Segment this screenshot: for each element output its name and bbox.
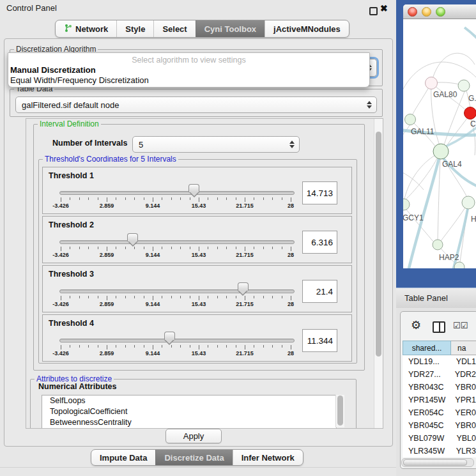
attribute-item[interactable]: TopologicalCoefficient <box>42 406 336 417</box>
slider-tick <box>61 247 61 251</box>
table-cell[interactable]: YBL079W <box>403 434 450 443</box>
network-window-titlebar[interactable] <box>403 4 476 19</box>
table-row[interactable]: YBR045CYBR0 <box>403 419 476 432</box>
threshold-4-value-field[interactable]: 11.344 <box>302 329 337 352</box>
network-node[interactable] <box>433 144 449 159</box>
tab-cyni-toolbox[interactable]: Cyni Toolbox <box>196 20 265 37</box>
slider-tick <box>171 345 172 348</box>
table-data-combo[interactable]: galFiltered.sif default node <box>15 96 377 113</box>
float-window-icon[interactable] <box>369 7 378 15</box>
table-cell[interactable]: YLR345W <box>403 447 450 456</box>
slider-tick <box>153 247 153 251</box>
tab-discretize-data[interactable]: Discretize Data <box>155 450 232 465</box>
slider-tick <box>134 247 135 249</box>
tab-style[interactable]: Style <box>116 20 153 37</box>
slider-tick <box>199 296 199 300</box>
table-cell[interactable]: YLR3 <box>450 447 476 456</box>
table-cell[interactable]: YER054C <box>403 408 449 417</box>
table-row[interactable]: YBR043CYBR0 <box>403 381 476 394</box>
network-canvas[interactable]: GAL80G.CGAL11GAL4GCY1HHAP2 <box>403 19 476 268</box>
slider-tick <box>98 247 98 249</box>
table-cell[interactable]: YDR2 <box>449 370 476 379</box>
slider-tick <box>272 296 273 298</box>
attribute-item[interactable]: BetweennessCentrality <box>42 417 336 428</box>
table-row[interactable]: YDR27...YDR2 <box>403 368 476 381</box>
numerical-attributes-list[interactable]: SelfLoopsTopologicalCoefficientBetweenne… <box>42 395 337 429</box>
table-panel-titlebar[interactable]: Table Panel <box>396 288 476 308</box>
table-cell[interactable]: YBR045C <box>403 421 449 430</box>
table-cell[interactable]: YBR0 <box>449 383 476 392</box>
slider-tick <box>282 296 282 298</box>
minimize-traffic-light-icon[interactable] <box>422 7 431 17</box>
threshold-4-slider-thumb[interactable] <box>164 332 175 340</box>
table-cell[interactable]: YER0 <box>449 408 476 417</box>
network-node[interactable] <box>403 199 410 210</box>
network-node[interactable] <box>464 107 476 119</box>
slider-tick <box>217 247 218 249</box>
slider-tick <box>162 345 162 348</box>
column-header-shared-name[interactable]: shared... <box>403 341 451 355</box>
slider-tick <box>180 345 181 348</box>
tab-jactivemnodules[interactable]: jActiveMNodules <box>265 20 349 37</box>
threshold-2-value-field[interactable]: 6.316 <box>302 231 337 254</box>
tab-impute-data[interactable]: Impute Data <box>91 450 155 465</box>
slider-tick <box>116 197 116 200</box>
table-panel-title: Table Panel <box>404 293 448 303</box>
table-cell[interactable]: YDR27... <box>403 370 449 379</box>
table-cell[interactable]: YBL0 <box>450 434 476 443</box>
table-row[interactable]: YPR145WYPR1 <box>403 394 476 406</box>
settings-scrollbar[interactable] <box>374 119 383 428</box>
slider-tick <box>291 197 291 202</box>
network-edge <box>438 159 440 240</box>
algorithm-option-equal-width[interactable]: Equal Width/Frequency Discretization <box>10 75 149 85</box>
slider-tick-label: 9.144 <box>146 350 160 357</box>
slider-tick <box>190 247 190 249</box>
network-node[interactable] <box>426 77 438 89</box>
table-row[interactable]: YLR345WYLR3 <box>403 445 476 457</box>
scrollbar-thumb[interactable] <box>376 132 381 357</box>
table-cell[interactable]: YBR043C <box>403 383 449 392</box>
scrollbar-thumb[interactable] <box>403 459 467 466</box>
threshold-2-slider-thumb[interactable] <box>127 233 138 242</box>
threshold-3-panel: Threshold 3 -3.4262.8599.14415.4321.7152… <box>42 265 352 312</box>
combo-stepper-icon <box>367 101 372 109</box>
column-manager-icon[interactable] <box>433 321 445 333</box>
divider <box>0 467 396 468</box>
number-of-intervals-combo[interactable]: 5 <box>132 136 300 153</box>
close-traffic-light-icon[interactable] <box>408 7 417 17</box>
gear-icon[interactable]: ⚙ <box>411 318 421 332</box>
table-row[interactable]: YER054CYER0 <box>403 406 476 419</box>
network-node[interactable] <box>462 196 475 209</box>
tab-select[interactable]: Select <box>153 20 195 37</box>
list-scrollbar[interactable] <box>335 395 344 427</box>
select-columns-icon[interactable]: ☑☑ <box>453 321 468 330</box>
slider-tick <box>199 345 199 349</box>
scrollbar-thumb[interactable] <box>337 395 343 426</box>
network-node[interactable] <box>458 80 470 91</box>
close-icon[interactable]: ✖ <box>380 3 388 13</box>
attribute-item[interactable]: SelfLoops <box>42 395 336 406</box>
slider-tick <box>245 247 245 251</box>
network-node[interactable] <box>405 114 416 125</box>
table-cell[interactable]: YDL1 <box>450 357 476 366</box>
tab-infer-network[interactable]: Infer Network <box>233 450 303 465</box>
table-horizontal-scrollbar[interactable] <box>401 458 474 467</box>
slider-tick <box>272 197 273 200</box>
table-row[interactable]: YDL19...YDL1 <box>403 355 476 368</box>
apply-button[interactable]: Apply <box>165 429 222 443</box>
threshold-1-value-field[interactable]: 14.713 <box>302 181 337 204</box>
cyni-toolbox-panel: Discretization Algorithm Table Data galF… <box>4 38 393 447</box>
table-row[interactable]: YBL079WYBL0 <box>403 432 476 445</box>
algorithm-option-manual[interactable]: Manual Discretization <box>10 65 96 75</box>
network-node[interactable] <box>433 240 443 250</box>
tab-network[interactable]: Network <box>56 20 116 37</box>
table-cell[interactable]: YDL19... <box>403 357 450 366</box>
zoom-traffic-light-icon[interactable] <box>436 7 445 17</box>
table-cell[interactable]: YBR0 <box>449 421 476 430</box>
threshold-1-slider-thumb[interactable] <box>188 184 199 192</box>
table-cell[interactable]: YPR1 <box>449 395 476 404</box>
table-cell[interactable]: YPR145W <box>403 395 449 404</box>
threshold-3-value-field[interactable]: 21.4 <box>302 280 337 303</box>
column-header-name[interactable]: na <box>451 341 476 355</box>
threshold-3-slider-thumb[interactable] <box>238 282 249 291</box>
